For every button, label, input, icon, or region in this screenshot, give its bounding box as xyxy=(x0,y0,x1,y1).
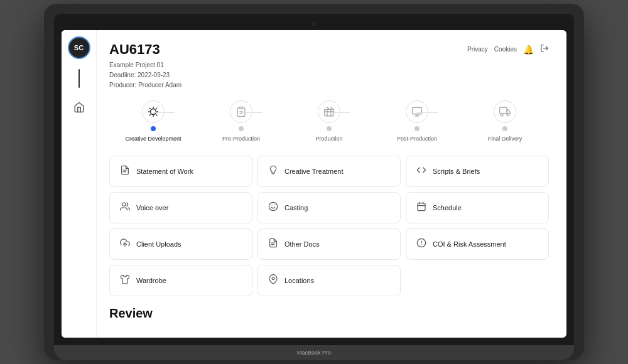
card-label-0: Statement of Work xyxy=(136,168,193,175)
svg-line-6 xyxy=(156,115,157,115)
card-other-docs[interactable]: Other Docs xyxy=(257,228,401,260)
pipeline-connector xyxy=(153,112,175,113)
notifications-icon[interactable]: 🔔 xyxy=(523,45,534,55)
card-label-5: Schedule xyxy=(433,204,462,211)
project-name: Example Project 01 xyxy=(109,60,181,70)
review-title: Review xyxy=(109,306,549,321)
card-label-9: Wardrobe xyxy=(136,277,166,284)
project-deadline: Deadline: 2022-09-23 xyxy=(109,70,181,80)
pipeline-step-0[interactable]: Creative Development xyxy=(109,100,197,142)
card-icon-2 xyxy=(416,165,426,178)
card-scripts-&-briefs[interactable]: Scripts & Briefs xyxy=(406,156,549,187)
card-label-7: Other Docs xyxy=(284,240,320,248)
card-icon-1 xyxy=(268,165,278,178)
svg-line-2 xyxy=(149,108,150,109)
pipeline-connector xyxy=(417,112,438,113)
pipeline-label-3: Post-Production xyxy=(397,136,437,142)
card-label-3: Voice over xyxy=(136,204,168,211)
card-creative-treatment[interactable]: Creative Treatment xyxy=(257,156,401,187)
laptop-bottom-bar: MacBook Pro xyxy=(54,345,574,360)
pipeline-connector xyxy=(241,112,263,113)
screen-bezel: SC AU6173 Example Project xyxy=(54,14,574,345)
project-producer: Producer: Producer Adam xyxy=(109,80,181,90)
svg-point-23 xyxy=(269,202,277,210)
pipeline-label-1: Pre-Production xyxy=(222,136,260,142)
card-casting[interactable]: Casting xyxy=(257,192,401,223)
main-content: AU6173 Example Project 01 Deadline: 2022… xyxy=(97,30,566,338)
card-client-uploads[interactable]: Client Uploads xyxy=(109,228,252,260)
cards-grid: Statement of WorkCreative TreatmentScrip… xyxy=(109,156,549,296)
sidebar: SC xyxy=(62,30,97,338)
card-label-6: Client Uploads xyxy=(136,240,181,248)
card-icon-0 xyxy=(120,165,130,178)
pipeline-step-2[interactable]: Production xyxy=(285,100,373,142)
pipeline-label-4: Final Delivery xyxy=(488,136,522,142)
privacy-link[interactable]: Privacy xyxy=(467,46,488,53)
card-icon-7 xyxy=(268,238,278,250)
screen: SC AU6173 Example Project xyxy=(62,30,566,338)
card-icon-9 xyxy=(120,274,130,287)
top-bar: AU6173 Example Project 01 Deadline: 2022… xyxy=(109,41,549,90)
project-info: AU6173 Example Project 01 Deadline: 2022… xyxy=(109,41,181,90)
card-icon-5 xyxy=(416,201,426,214)
card-icon-8 xyxy=(416,238,426,250)
card-locations[interactable]: Locations xyxy=(257,265,401,296)
svg-point-36 xyxy=(272,277,274,280)
svg-line-8 xyxy=(156,108,157,109)
project-id: AU6173 xyxy=(109,41,181,58)
pipeline-step-4[interactable]: Final Delivery xyxy=(461,100,549,142)
avatar[interactable]: SC xyxy=(68,36,90,59)
pipeline: Creative DevelopmentPre-ProductionProduc… xyxy=(109,100,549,142)
card-label-2: Scripts & Briefs xyxy=(433,168,480,175)
card-wardrobe[interactable]: Wardrobe xyxy=(109,265,252,296)
home-icon[interactable] xyxy=(70,98,89,117)
card-voice-over[interactable]: Voice over xyxy=(109,192,252,223)
svg-line-4 xyxy=(149,115,150,115)
svg-point-17 xyxy=(501,114,503,116)
card-label-10: Locations xyxy=(284,277,314,284)
svg-point-22 xyxy=(122,203,125,206)
card-label-1: Creative Treatment xyxy=(284,168,344,175)
cookies-link[interactable]: Cookies xyxy=(494,46,517,53)
laptop-frame: SC AU6173 Example Project xyxy=(44,4,584,360)
svg-rect-16 xyxy=(500,107,507,114)
sidebar-divider xyxy=(78,69,80,88)
pipeline-label-2: Production xyxy=(315,136,342,142)
pipeline-connector xyxy=(329,112,350,113)
logout-icon[interactable] xyxy=(540,44,549,55)
svg-point-18 xyxy=(507,114,509,116)
top-actions: Privacy Cookies 🔔 xyxy=(467,44,549,55)
card-coi-&-risk-assessment[interactable]: COI & Risk Assessment xyxy=(406,228,549,260)
svg-rect-26 xyxy=(418,203,425,211)
card-icon-3 xyxy=(120,201,130,214)
card-schedule[interactable]: Schedule xyxy=(406,192,549,223)
card-label-8: COI & Risk Assessment xyxy=(433,240,506,248)
svg-rect-9 xyxy=(240,107,243,109)
pipeline-step-1[interactable]: Pre-Production xyxy=(197,100,285,142)
pipeline-step-3[interactable]: Post-Production xyxy=(373,100,461,142)
card-icon-6 xyxy=(120,238,130,250)
card-icon-4 xyxy=(268,201,278,214)
svg-rect-13 xyxy=(413,107,422,114)
card-label-4: Casting xyxy=(284,204,308,211)
laptop-label: MacBook Pro xyxy=(297,350,331,356)
card-icon-10 xyxy=(268,274,278,287)
card-statement-of-work[interactable]: Statement of Work xyxy=(109,156,252,187)
pipeline-label-0: Creative Development xyxy=(125,136,181,142)
